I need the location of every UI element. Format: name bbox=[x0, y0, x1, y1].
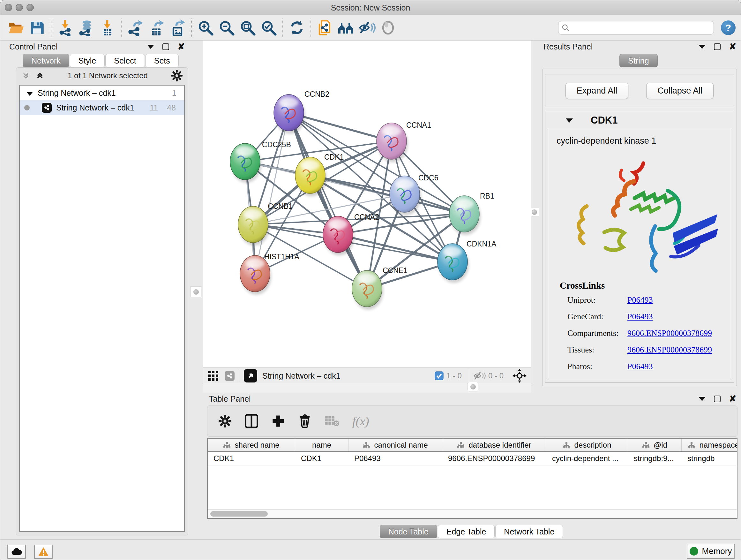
crosslink-link[interactable]: P06493 bbox=[627, 362, 653, 371]
network-node-cdc25b[interactable]: CDC25B bbox=[230, 140, 291, 183]
close-panel-icon[interactable]: ✘ bbox=[178, 44, 185, 50]
tab-node-table[interactable]: Node Table bbox=[380, 525, 437, 538]
zoom-window-button[interactable] bbox=[26, 4, 34, 11]
crosslink-link[interactable]: P06493 bbox=[627, 295, 653, 305]
maximize-panel-icon[interactable] bbox=[714, 44, 721, 50]
tab-string[interactable]: String bbox=[619, 54, 657, 67]
save-session-icon[interactable] bbox=[28, 19, 46, 37]
memory-button[interactable]: Memory bbox=[687, 544, 735, 559]
scrollbar-thumb[interactable] bbox=[210, 511, 268, 516]
network-node-hist1h1a[interactable]: HIST1H1A bbox=[240, 253, 300, 295]
float-panel-icon[interactable] bbox=[698, 45, 705, 49]
column-header[interactable]: @id bbox=[628, 439, 682, 451]
table-row[interactable]: CDK1CDK1P064939606.ENSP00000378699cyclin… bbox=[208, 452, 737, 465]
network-node-ccnb1[interactable]: CCNB1 bbox=[238, 202, 293, 246]
column-header[interactable]: description bbox=[546, 439, 628, 451]
import-network-icon[interactable] bbox=[56, 19, 74, 37]
table-cell[interactable]: P06493 bbox=[348, 452, 442, 465]
network-collection-row[interactable]: String Network – cdk1 1 bbox=[20, 85, 184, 100]
zoom-fit-icon[interactable] bbox=[239, 19, 257, 37]
tab-edge-table[interactable]: Edge Table bbox=[438, 525, 495, 538]
show-columns-icon[interactable] bbox=[245, 414, 259, 428]
horizontal-splitter[interactable] bbox=[203, 384, 531, 393]
table-options-gear-icon[interactable] bbox=[218, 415, 232, 428]
export-image-icon[interactable] bbox=[169, 19, 186, 37]
node-table[interactable]: shared namenamecanonical namedatabase id… bbox=[207, 438, 738, 519]
table-cell[interactable]: CDK1 bbox=[208, 452, 295, 465]
collapse-entry-icon[interactable] bbox=[566, 118, 573, 123]
collapse-all-button[interactable]: Collapse All bbox=[646, 83, 714, 99]
minimize-window-button[interactable] bbox=[16, 4, 23, 11]
maximize-panel-icon[interactable] bbox=[162, 44, 169, 50]
cloud-status-button[interactable] bbox=[7, 545, 26, 559]
search-input[interactable] bbox=[569, 23, 711, 32]
selected-checkbox-icon[interactable] bbox=[434, 371, 444, 381]
refresh-icon[interactable] bbox=[288, 19, 306, 37]
export-table-icon[interactable] bbox=[147, 19, 165, 37]
first-neighbors-icon[interactable] bbox=[337, 19, 355, 37]
create-column-plus-icon[interactable] bbox=[271, 414, 285, 428]
float-panel-icon[interactable] bbox=[698, 397, 705, 401]
table-cell[interactable]: 9606.ENSP00000378699 bbox=[442, 452, 546, 465]
network-view-icon[interactable] bbox=[225, 371, 234, 381]
right-splitter[interactable] bbox=[531, 41, 537, 384]
network-node-rb1[interactable]: RB1 bbox=[449, 192, 494, 235]
close-panel-icon[interactable]: ✘ bbox=[729, 44, 736, 50]
collapse-all-icon[interactable] bbox=[21, 71, 30, 80]
zoom-out-icon[interactable] bbox=[218, 19, 235, 37]
network-node-ccna1[interactable]: CCNA1 bbox=[377, 121, 431, 162]
search-box[interactable] bbox=[558, 21, 714, 35]
column-header[interactable]: database identifier bbox=[442, 439, 546, 451]
open-file-icon[interactable] bbox=[7, 19, 25, 37]
tab-style[interactable]: Style bbox=[70, 54, 105, 67]
zoom-selected-icon[interactable] bbox=[260, 19, 278, 37]
column-header[interactable]: canonical name bbox=[348, 439, 442, 451]
warning-status-button[interactable] bbox=[34, 545, 53, 559]
tab-network-table[interactable]: Network Table bbox=[495, 525, 563, 538]
fit-selected-crosshair-icon[interactable] bbox=[513, 369, 527, 383]
tab-select[interactable]: Select bbox=[105, 54, 145, 67]
birds-eye-view-icon[interactable] bbox=[244, 369, 257, 382]
import-database-icon[interactable] bbox=[77, 19, 95, 37]
tab-sets[interactable]: Sets bbox=[145, 54, 179, 67]
crosslink-link[interactable]: P06493 bbox=[627, 312, 653, 321]
table-header-row[interactable]: shared namenamecanonical namedatabase id… bbox=[208, 439, 737, 452]
grid-view-icon[interactable] bbox=[207, 370, 219, 381]
close-panel-icon[interactable]: ✘ bbox=[729, 395, 736, 402]
maximize-panel-icon[interactable] bbox=[714, 395, 721, 402]
import-table-icon[interactable] bbox=[98, 19, 116, 37]
delete-column-trash-icon[interactable] bbox=[298, 414, 312, 428]
expand-all-button[interactable]: Expand All bbox=[565, 83, 629, 99]
tree-expand-icon[interactable] bbox=[27, 88, 32, 98]
help-icon[interactable]: ? bbox=[721, 20, 736, 35]
clone-network-icon[interactable] bbox=[316, 19, 334, 37]
table-horizontal-scrollbar[interactable] bbox=[208, 509, 737, 518]
crosslink-link[interactable]: 9606.ENSP00000378699 bbox=[627, 345, 712, 355]
network-node-ccne1[interactable]: CCNE1 bbox=[352, 266, 408, 310]
table-cell[interactable]: CDK1 bbox=[295, 452, 348, 465]
hide-selected-icon[interactable] bbox=[358, 19, 376, 37]
gear-icon[interactable] bbox=[171, 70, 183, 82]
column-header[interactable]: shared name bbox=[208, 439, 295, 451]
show-all-icon[interactable] bbox=[379, 19, 397, 37]
close-window-button[interactable] bbox=[5, 4, 12, 11]
float-panel-icon[interactable] bbox=[147, 45, 154, 49]
export-network-icon[interactable] bbox=[126, 19, 144, 37]
network-node-ccnb2[interactable]: CCNB2 bbox=[274, 90, 329, 134]
zoom-in-icon[interactable] bbox=[197, 19, 214, 37]
network-node-cdkn1a[interactable]: CDKN1A bbox=[437, 240, 496, 283]
column-header[interactable]: namespace bbox=[682, 439, 738, 451]
network-row-selected[interactable]: String Network – cdk1 11 48 bbox=[20, 100, 184, 115]
table-cell[interactable]: stringdb bbox=[682, 452, 738, 465]
expand-all-icon[interactable] bbox=[35, 71, 45, 80]
network-edge[interactable] bbox=[289, 113, 367, 289]
network-view-canvas[interactable]: CCNB2CCNA1CDC25BCDK1CDC6RB1CCNB1CCNA2CDK… bbox=[203, 41, 531, 368]
crosslink-link[interactable]: 9606.ENSP00000378699 bbox=[627, 328, 712, 338]
column-header[interactable]: name bbox=[295, 439, 348, 451]
network-edge[interactable] bbox=[255, 113, 289, 273]
network-graph[interactable]: CCNB2CCNA1CDC25BCDK1CDC6RB1CCNB1CCNA2CDK… bbox=[203, 41, 532, 368]
tab-network[interactable]: Network bbox=[23, 54, 69, 67]
left-splitter[interactable] bbox=[189, 41, 203, 539]
table-cell[interactable]: stringdb:9... bbox=[628, 452, 682, 465]
table-cell[interactable]: cyclin-dependent ... bbox=[546, 452, 628, 465]
